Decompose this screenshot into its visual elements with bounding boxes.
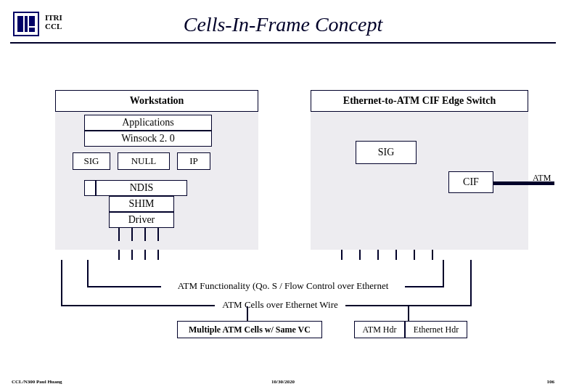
atm-link-line (493, 181, 554, 185)
es-hstub-6 (432, 250, 433, 260)
atm-hdr-box: ATM Hdr (354, 321, 405, 338)
ndis-box: NDIS (96, 180, 187, 196)
ndis-stub-box (84, 180, 96, 196)
ws-hstub-2 (131, 250, 133, 260)
es-hstub-4 (395, 250, 397, 260)
winsock-box: Winsock 2. 0 (84, 131, 212, 147)
es-hstub-5 (414, 250, 415, 260)
edge-switch-heading: Ethernet-to-ATM CIF Edge Switch (311, 90, 528, 112)
es-hstub-1 (341, 250, 343, 260)
es-hstub-3 (377, 250, 379, 260)
es-hstub-2 (359, 250, 361, 260)
cells-over-wire-label: ATM Cells over Ethernet Wire (215, 299, 345, 311)
sig-box-left: SIG (73, 152, 110, 170)
header-divider (10, 42, 556, 44)
applications-box: Applications (84, 115, 212, 131)
ws-stub-3 (144, 228, 146, 241)
brA-left-v (87, 260, 89, 286)
brB-right-v (470, 260, 472, 305)
conn-multi (247, 306, 248, 321)
multiple-cells-box: Multiple ATM Cells w/ Same VC (177, 321, 322, 338)
brB-left-v (61, 260, 62, 305)
ws-stub-4 (157, 228, 159, 241)
shim-box: SHIM (109, 196, 174, 212)
atm-functionality-label: ATM Functionality (Qo. S / Flow Control … (161, 280, 405, 292)
ws-stub-2 (131, 228, 133, 241)
driver-box: Driver (109, 212, 174, 228)
workstation-heading: Workstation (55, 90, 258, 112)
conn-hdrs (408, 306, 409, 321)
ws-hstub-4 (157, 250, 159, 260)
ws-stub-1 (118, 228, 120, 241)
null-box: NULL (118, 152, 170, 170)
sig-box-right: SIG (356, 141, 417, 164)
footer-center: 10/30/2020 (0, 379, 566, 385)
footer-right: 106 (547, 379, 555, 385)
ws-hstub-1 (118, 250, 120, 260)
brA-right-v (443, 260, 444, 286)
ip-box: IP (177, 152, 210, 170)
brA-left-h (87, 286, 161, 287)
brB-left-h (61, 305, 215, 306)
brA-right-h (405, 286, 444, 287)
slide-title: Cells-In-Frame Concept (0, 13, 566, 36)
cif-box: CIF (448, 171, 493, 193)
ethernet-hdr-box: Ethernet Hdr (405, 321, 467, 338)
edge-switch-panel (311, 90, 528, 250)
ws-hstub-3 (144, 250, 146, 260)
